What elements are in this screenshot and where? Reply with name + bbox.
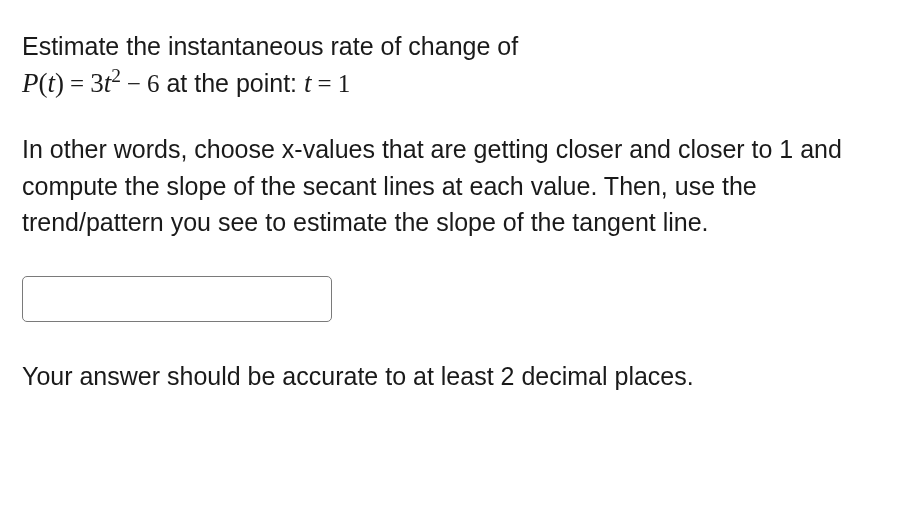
func-var: t bbox=[48, 68, 56, 98]
coef: 3 bbox=[90, 68, 104, 98]
accuracy-note: Your answer should be accurate to at lea… bbox=[22, 358, 902, 394]
var-base: t bbox=[104, 68, 112, 98]
exponent: 2 bbox=[111, 65, 121, 86]
question-block: Estimate the instantaneous rate of chang… bbox=[22, 28, 902, 394]
prompt-intro: Estimate the instantaneous rate of chang… bbox=[22, 28, 902, 64]
function-P: P(t) bbox=[22, 68, 64, 98]
answer-input[interactable] bbox=[22, 276, 332, 322]
term-3t2: 3t2 bbox=[90, 68, 121, 98]
point-var: t bbox=[304, 68, 312, 98]
function-definition-line: P(t)=3t2−6 at the point: t=1 bbox=[22, 64, 902, 103]
func-name: P bbox=[22, 68, 39, 98]
equals-sign-point: = bbox=[312, 70, 338, 97]
explanation-text: In other words, choose x-values that are… bbox=[22, 131, 902, 240]
equals-sign: = bbox=[64, 70, 90, 97]
point-value: 1 bbox=[338, 70, 351, 97]
point-prefix: at the point: bbox=[159, 69, 304, 97]
minus-sign: − bbox=[121, 70, 147, 97]
constant: 6 bbox=[147, 70, 160, 97]
